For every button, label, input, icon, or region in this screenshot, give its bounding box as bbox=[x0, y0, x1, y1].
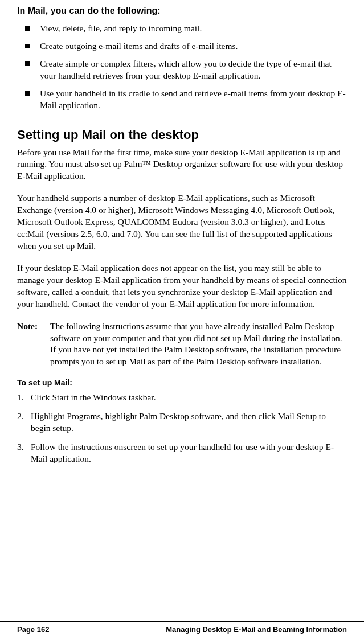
list-item: View, delete, file, and reply to incomin… bbox=[17, 23, 347, 35]
chapter-title: Managing Desktop E-Mail and Beaming Info… bbox=[166, 625, 347, 634]
page-number: Page 162 bbox=[17, 625, 49, 634]
step-number: 3. bbox=[17, 441, 31, 453]
note-block: Note: The following instructions assume … bbox=[17, 321, 347, 368]
list-item: Create outgoing e-mail items and drafts … bbox=[17, 40, 347, 52]
step-number: 2. bbox=[17, 411, 31, 423]
list-item: Create simple or complex filters, which … bbox=[17, 58, 347, 82]
bullet-icon bbox=[25, 91, 30, 96]
step-text: Highlight Programs, highlight Palm Deskt… bbox=[31, 411, 347, 434]
step-text: Follow the instructions onscreen to set … bbox=[31, 441, 347, 465]
list-item-text: Create outgoing e-mail items and drafts … bbox=[40, 40, 238, 52]
list-item-text: Create simple or complex filters, which … bbox=[40, 58, 347, 82]
procedure-heading: To set up Mail: bbox=[17, 378, 347, 387]
note-label: Note: bbox=[17, 321, 50, 333]
step-item: 3. Follow the instructions onscreen to s… bbox=[17, 441, 347, 465]
body-paragraph: Your handheld supports a number of deskt… bbox=[17, 192, 347, 252]
capabilities-list: View, delete, file, and reply to incomin… bbox=[17, 23, 347, 112]
bullet-icon bbox=[25, 44, 30, 48]
bullet-icon bbox=[25, 26, 30, 31]
bullet-icon bbox=[25, 61, 30, 66]
list-item: Use your handheld in its cradle to send … bbox=[17, 88, 347, 112]
section-heading: Setting up Mail on the desktop bbox=[17, 128, 347, 142]
note-body: The following instructions assume that y… bbox=[50, 321, 347, 368]
list-item-text: Use your handheld in its cradle to send … bbox=[40, 88, 347, 112]
step-item: 2. Highlight Programs, highlight Palm De… bbox=[17, 411, 347, 434]
intro-heading: In Mail, you can do the following: bbox=[17, 6, 347, 16]
step-number: 1. bbox=[17, 392, 31, 404]
page-footer: Page 162 Managing Desktop E-Mail and Bea… bbox=[0, 621, 364, 644]
list-item-text: View, delete, file, and reply to incomin… bbox=[40, 23, 202, 35]
body-paragraph: If your desktop E-Mail application does … bbox=[17, 262, 347, 310]
steps-list: 1. Click Start in the Windows taskbar. 2… bbox=[17, 392, 347, 465]
step-text: Click Start in the Windows taskbar. bbox=[31, 392, 347, 404]
body-paragraph: Before you use Mail for the first time, … bbox=[17, 147, 347, 183]
step-item: 1. Click Start in the Windows taskbar. bbox=[17, 392, 347, 404]
